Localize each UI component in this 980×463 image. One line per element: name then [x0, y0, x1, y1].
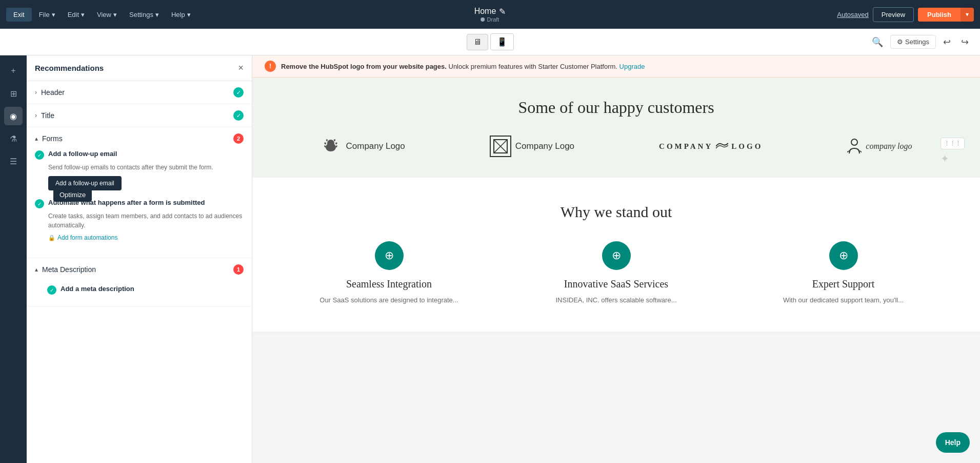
main-layout: + ⊞ ◉ ⚗ ☰ Optimize Recommendations × Hea…: [0, 55, 980, 463]
header-section-toggle[interactable]: Header ✓: [27, 81, 252, 104]
standout-section: Why we stand out ⊕ Seamless Integration …: [252, 178, 980, 332]
optimize-tooltip: Optimize: [53, 188, 92, 202]
mobile-view-button[interactable]: 📱: [490, 33, 514, 50]
forms-badge: 2: [233, 133, 244, 144]
desktop-view-button[interactable]: 🖥: [467, 34, 488, 50]
support-title: Expert Support: [737, 278, 949, 290]
svg-point-1: [327, 140, 334, 147]
panel-header: Recommendations ×: [27, 55, 252, 81]
box-logo-icon: [490, 136, 511, 157]
preview-canvas[interactable]: ! Remove the HubSpot logo from your webs…: [252, 55, 980, 463]
header-check-icon: ✓: [233, 87, 244, 98]
title-section-toggle[interactable]: Title ✓: [27, 104, 252, 127]
help-menu[interactable]: Help: [166, 8, 196, 22]
forms-chevron-icon: [35, 135, 38, 142]
page-title: Home: [474, 7, 496, 16]
follow-up-desc: Send follow-up emails to contacts after …: [35, 163, 244, 172]
banner-upgrade-link[interactable]: Upgrade: [619, 63, 645, 70]
view-menu[interactable]: View: [92, 8, 122, 22]
publish-button[interactable]: Publish: [918, 8, 961, 22]
add-form-automations-button[interactable]: 🔒 Add form automations: [48, 234, 117, 241]
follow-up-check-icon: ✓: [35, 150, 44, 160]
follow-up-email-item: ✓ Add a follow-up email Send follow-up e…: [35, 150, 244, 190]
grid-icon[interactable]: ⊞: [4, 84, 23, 103]
banner-text: Remove the HubSpot logo from your websit…: [281, 63, 645, 70]
automate-check-icon: ✓: [35, 199, 44, 208]
meta-check-icon: ✓: [47, 285, 56, 295]
meta-add-label: Add a meta description: [61, 285, 134, 293]
logo-item-1: Company Logo: [320, 136, 405, 157]
banner-normal-text: Unlock premium features with Starter Cus…: [449, 63, 617, 70]
settings-chevron-icon: [155, 11, 159, 18]
feature-support: ⊕ Expert Support With our dedicated supp…: [737, 241, 949, 306]
settings-button[interactable]: ⚙ Settings: [890, 35, 936, 49]
banner-bold-text: Remove the HubSpot logo from your websit…: [281, 63, 447, 70]
panel-close-button[interactable]: ×: [238, 63, 244, 73]
integration-desc: Our SaaS solutions are designed to integ…: [283, 295, 495, 306]
panel-title: Recommendations: [35, 64, 104, 72]
support-desc: With our dedicated support team, you'll.…: [737, 295, 949, 306]
logo-4-text: company logo: [866, 142, 912, 151]
integration-title: Seamless Integration: [283, 278, 495, 290]
svg-point-3: [851, 139, 857, 145]
meta-add-header: ✓ Add a meta description: [47, 285, 244, 295]
title-section: Title ✓: [27, 104, 252, 127]
meta-badge: 1: [233, 264, 244, 275]
file-chevron-icon: [52, 11, 55, 18]
draft-label: Draft: [487, 16, 499, 23]
logo-1-text: Company Logo: [346, 141, 405, 151]
optimize-icon[interactable]: ◉: [4, 107, 23, 125]
search-button[interactable]: 🔍: [869, 34, 886, 50]
add-content-icon[interactable]: +: [4, 62, 23, 80]
edit-menu[interactable]: Edit: [63, 8, 90, 22]
exit-button[interactable]: Exit: [6, 8, 32, 22]
undo-button[interactable]: ↩: [940, 34, 954, 50]
redo-button[interactable]: ↪: [958, 34, 972, 50]
panel-scroll[interactable]: Header ✓ Title ✓ Forms 2: [27, 81, 252, 463]
automate-form-item: ✓ Automate what happens after a form is …: [35, 199, 244, 241]
banner-warning-icon: !: [265, 61, 276, 72]
title-chevron-icon: [35, 112, 37, 119]
saas-icon: ⊕: [602, 241, 631, 270]
settings-menu[interactable]: Settings: [124, 8, 164, 22]
logo-item-2: Company Logo: [490, 136, 574, 157]
preview-button[interactable]: Preview: [873, 7, 914, 22]
logo-2-text: Company Logo: [515, 141, 574, 151]
meta-section-toggle[interactable]: Meta Description 1: [27, 258, 252, 281]
publish-group: Publish ▾: [918, 8, 974, 22]
lion-logo-icon: [320, 136, 342, 157]
help-chevron-icon: [187, 11, 191, 18]
edit-page-icon[interactable]: ✎: [499, 7, 506, 16]
hubspot-banner: ! Remove the HubSpot logo from your webs…: [252, 55, 980, 78]
publish-dropdown-button[interactable]: ▾: [961, 8, 974, 22]
features-row: ⊕ Seamless Integration Our SaaS solution…: [283, 241, 949, 306]
meta-section: Meta Description 1 ✓ Add a meta descript…: [27, 258, 252, 306]
feature-integration: ⊕ Seamless Integration Our SaaS solution…: [283, 241, 495, 306]
saas-desc: INSIDEA, INC. offers scalable software..…: [510, 295, 722, 306]
logos-row: Company Logo: [283, 136, 949, 157]
floating-right-controls: ⋮⋮⋮ ✦: [941, 138, 965, 165]
file-menu[interactable]: File: [34, 8, 61, 22]
draft-dot-icon: [481, 17, 485, 22]
forms-section-toggle[interactable]: Forms 2: [27, 127, 252, 150]
lock-icon: 🔒: [48, 235, 55, 241]
autosaved-label[interactable]: Autosaved: [837, 11, 868, 18]
dots-grid-button[interactable]: ⋮⋮⋮: [941, 138, 965, 149]
header-section: Header ✓: [27, 81, 252, 104]
integration-icon: ⊕: [375, 241, 404, 270]
edit-chevron-icon: [81, 11, 85, 18]
top-nav: Exit File Edit View Settings Help Home ✎…: [0, 0, 980, 29]
title-section-label: Title: [41, 111, 229, 120]
header-chevron-icon: [35, 89, 37, 96]
support-icon: ⊕: [829, 241, 858, 270]
sparkle-icon[interactable]: ✦: [941, 152, 965, 165]
flask-icon[interactable]: ⚗: [4, 129, 23, 148]
secondary-toolbar: 🖥 📱 🔍 ⚙ Settings ↩ ↪: [0, 29, 980, 55]
page-title-area: Home ✎ Draft: [474, 7, 506, 23]
follow-up-header: ✓ Add a follow-up email: [35, 150, 244, 160]
pages-icon[interactable]: ☰: [4, 152, 23, 170]
help-chat-button[interactable]: Help: [936, 432, 970, 453]
logo-item-3: COMPANY LOGO: [659, 142, 763, 151]
meta-chevron-icon: [35, 266, 38, 273]
view-chevron-icon: [113, 11, 117, 18]
